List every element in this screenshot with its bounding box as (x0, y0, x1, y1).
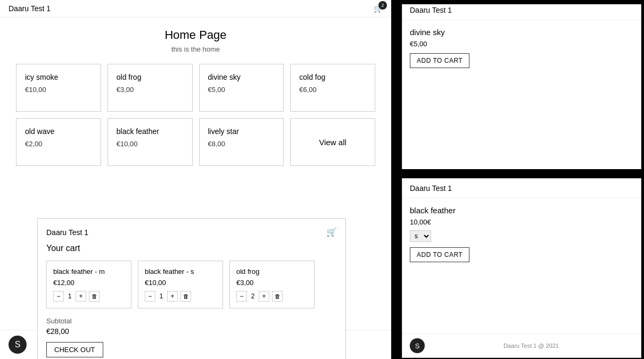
right-product-name: divine sky (410, 28, 633, 37)
cart-badge: 2 (378, 1, 387, 10)
cart-items-row: black feather - m €12,00 − 1 + 🗑 black f… (46, 261, 337, 308)
cart-item-black-feather-s: black feather - s €10,00 − 1 + 🗑 (138, 261, 223, 308)
product-card-old-frog[interactable]: old frog €3,00 (108, 64, 193, 112)
cart-item-black-feather-m: black feather - m €12,00 − 1 + 🗑 (46, 261, 131, 308)
cart-item-controls: − 2 + 🗑 (236, 291, 308, 302)
decrease-qty-btn[interactable]: − (145, 291, 155, 302)
qty-display: 2 (249, 293, 257, 300)
increase-qty-btn[interactable]: + (167, 291, 178, 302)
cart-close-icon[interactable]: 🛒 (326, 227, 337, 237)
product-name: black feather (117, 127, 184, 136)
product-name: cold fog (299, 73, 366, 81)
right-bottom-brand: Daaru Test 1 (402, 179, 641, 198)
subtotal-label: Subtotal (46, 317, 337, 325)
products-grid: icy smoke €10,00 old frog €3,00 divine s… (16, 64, 375, 166)
product-card-divine-sky[interactable]: divine sky €5,00 (199, 64, 284, 112)
product-card-icy-smoke[interactable]: icy smoke €10,00 (16, 64, 101, 112)
subtotal-amount: €28,00 (46, 327, 337, 336)
product-price: €8,00 (208, 140, 275, 148)
qty-display: 1 (65, 293, 74, 300)
right-bottom-product-name: black feather (410, 206, 633, 215)
cart-title: Your cart (46, 244, 337, 253)
size-select[interactable]: s m l (410, 230, 431, 242)
product-name: old wave (25, 127, 92, 136)
page-subtitle: this is the home (16, 45, 375, 53)
product-name: lively star (208, 127, 275, 136)
main-content: Home Page this is the home icy smoke €10… (0, 18, 391, 177)
right-bottom-price: 10,00€ (410, 218, 633, 226)
shopify-letter: S (415, 342, 420, 350)
product-card-cold-fog[interactable]: cold fog €6,00 (290, 64, 375, 112)
right-product-price: €5,00 (410, 40, 633, 48)
qty-display: 1 (157, 293, 166, 300)
product-price: €10,00 (117, 140, 184, 148)
view-all-text: View all (319, 138, 346, 147)
cart-icon-button[interactable]: 🛒 2 (374, 4, 383, 13)
shopify-icon: S (410, 338, 425, 353)
product-name: divine sky (208, 73, 275, 81)
product-card-black-feather[interactable]: black feather €10,00 (108, 118, 193, 166)
cart-header: Daaru Test 1 🛒 (46, 227, 337, 237)
add-to-cart-button[interactable]: ADD TO CART (410, 247, 469, 262)
product-price: €6,00 (299, 86, 366, 94)
checkout-button[interactable]: CHECK OUT (46, 342, 103, 357)
cart-item-controls: − 1 + 🗑 (53, 291, 125, 302)
cart-panel: Daaru Test 1 🛒 Your cart black feather -… (37, 218, 346, 359)
right-top-panel-divine-sky: Daaru Test 1 divine sky €5,00 ADD TO CAR… (402, 0, 641, 196)
product-price: €3,00 (117, 86, 184, 94)
product-name: old frog (117, 73, 184, 81)
cart-item-name: old frog (236, 268, 308, 275)
product-price: €5,00 (208, 86, 275, 94)
product-price: €2,00 (25, 140, 92, 148)
delete-item-btn[interactable]: 🗑 (272, 291, 283, 302)
cart-item-name: black feather - m (53, 268, 125, 275)
view-all-card[interactable]: View all (290, 118, 375, 166)
page-title: Home Page (16, 28, 375, 42)
cart-item-controls: − 1 + 🗑 (145, 291, 216, 302)
shopify-letter: S (15, 340, 21, 349)
black-bar-mid (391, 169, 644, 179)
cart-item-price: €10,00 (145, 279, 216, 287)
right-bottom-panel-black-feather: Daaru Test 1 black feather 10,00€ s m l … (402, 178, 641, 358)
delete-item-btn[interactable]: 🗑 (180, 291, 191, 302)
add-to-cart-button[interactable]: ADD TO CART (410, 53, 469, 68)
decrease-qty-btn[interactable]: − (236, 291, 247, 302)
right-bottom-footer: S Daaru Test 1 @ 2021 (402, 333, 641, 357)
increase-qty-btn[interactable]: + (259, 291, 269, 302)
cart-item-price: €12,00 (53, 279, 125, 287)
footer-copyright: Daaru Test 1 @ 2021 (429, 343, 633, 349)
right-panel-content: divine sky €5,00 ADD TO CART (402, 20, 641, 76)
cart-item-price: €3,00 (236, 279, 308, 287)
increase-qty-btn[interactable]: + (76, 291, 86, 302)
decrease-qty-btn[interactable]: − (53, 291, 64, 302)
cart-item-old-frog: old frog €3,00 − 2 + 🗑 (229, 261, 315, 308)
right-bottom-content: black feather 10,00€ s m l ADD TO CART (402, 198, 641, 270)
product-card-lively-star[interactable]: lively star €8,00 (199, 118, 284, 166)
product-name: icy smoke (25, 73, 92, 81)
product-card-old-wave[interactable]: old wave €2,00 (16, 118, 101, 166)
cart-brand: Daaru Test 1 (46, 228, 88, 237)
main-header: Daaru Test 1 🛒 2 (0, 0, 391, 18)
black-bar-top (391, 0, 644, 4)
shopify-icon: S (9, 336, 27, 354)
cart-item-name: black feather - s (145, 268, 216, 275)
product-price: €10,00 (25, 86, 92, 94)
main-brand: Daaru Test 1 (9, 4, 51, 13)
delete-item-btn[interactable]: 🗑 (89, 291, 100, 302)
